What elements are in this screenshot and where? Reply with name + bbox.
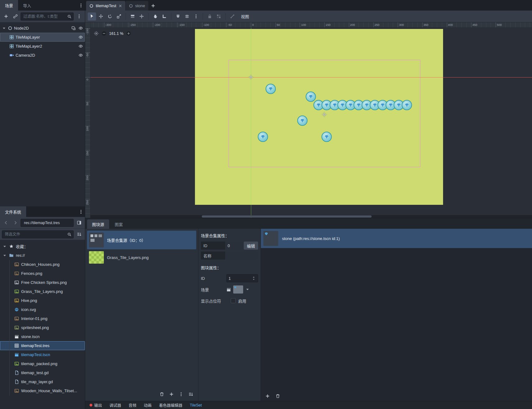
grid-snap-button[interactable] [183, 12, 191, 21]
file-row[interactable]: spritesheet.png [0, 323, 85, 332]
smart-snap-button[interactable] [174, 12, 182, 21]
file-row[interactable]: tile_map_layer.gd [0, 377, 85, 386]
scene-tile-stone[interactable]: stone (path:res://stone.tscn id:1) [261, 229, 532, 248]
scale-tool-button[interactable] [115, 12, 123, 21]
tab-patterns[interactable]: 图案 [110, 219, 128, 229]
current-path-input[interactable] [23, 220, 71, 225]
scene-tab-stone[interactable]: stone [126, 1, 148, 11]
add-source-button[interactable] [169, 392, 174, 397]
scrollbar-thumb[interactable] [202, 215, 372, 218]
stone-scene-instance[interactable] [258, 132, 268, 142]
tree-row-camera2d[interactable]: Camera2D [0, 51, 85, 60]
zoom-out-button[interactable] [101, 31, 107, 36]
chevron-down-icon[interactable] [2, 253, 7, 258]
stone-scene-instance[interactable] [266, 84, 276, 94]
favorites-row[interactable]: 收藏： [0, 242, 85, 251]
new-scene-tab-button[interactable] [149, 1, 158, 11]
chevron-down-icon[interactable] [245, 287, 250, 292]
sources-menu-button[interactable] [179, 392, 183, 397]
list-select-button[interactable] [128, 12, 137, 21]
file-row[interactable]: Chikcen_Houses.png [0, 260, 85, 269]
scene-picker-button[interactable] [226, 285, 258, 294]
file-row[interactable]: tilemap_test.gd [0, 368, 85, 377]
panel-shader-editor[interactable]: 着色器编辑器 [159, 402, 183, 408]
center-view-icon[interactable] [94, 31, 99, 36]
canvas-content[interactable]: 161.1 % [90, 28, 532, 218]
chevron-down-icon[interactable] [2, 26, 6, 31]
tree-row-node2d[interactable]: Node2D [0, 24, 85, 33]
close-icon[interactable] [118, 4, 122, 8]
scene-filter-input[interactable] [23, 14, 66, 19]
file-filter-box[interactable] [2, 230, 74, 238]
tree-row-tilemaplayer2[interactable]: TileMapLayer2 [0, 42, 85, 51]
scene-tree-menu-button[interactable] [75, 12, 83, 21]
split-mode-button[interactable] [75, 219, 83, 227]
panel-debugger[interactable]: 调试器 [109, 402, 121, 408]
group-button[interactable] [215, 12, 223, 21]
scene-filter-box[interactable] [21, 12, 74, 21]
history-back-button[interactable] [2, 219, 10, 227]
file-row[interactable]: Free Chicken Sprites.png [0, 278, 85, 287]
tab-filesystem[interactable]: 文件系统 [0, 206, 26, 217]
tile-id-field[interactable]: 1 [226, 274, 258, 282]
res-root-row[interactable]: res:// [0, 251, 85, 260]
history-forward-button[interactable] [11, 219, 19, 227]
view-menu-button[interactable]: 视图 [237, 12, 253, 21]
stone-scene-instance[interactable] [322, 132, 332, 142]
visibility-eye-icon[interactable] [78, 53, 83, 58]
tab-import[interactable]: 导入 [18, 0, 36, 11]
delete-scene-tile-button[interactable] [275, 394, 280, 398]
lock-button[interactable] [206, 12, 214, 21]
add-node-button[interactable] [2, 12, 10, 21]
pivot-tool-button[interactable] [137, 12, 146, 21]
tab-scene[interactable]: 场景 [0, 0, 18, 11]
tab-tile-sources[interactable]: 图块源 [87, 219, 109, 229]
file-row[interactable]: tilemapTest.tres [0, 341, 85, 350]
source-item-scene-collection[interactable]: 场景合集源（ID：0） [87, 231, 196, 249]
ruler-tool-button[interactable] [160, 12, 169, 21]
file-row[interactable]: Interior-01.png [0, 314, 85, 323]
panel-animation[interactable]: 动画 [144, 402, 152, 408]
panel-tileset[interactable]: TileSet [190, 403, 202, 407]
skeleton-options-button[interactable] [228, 12, 237, 21]
add-scene-tile-button[interactable] [265, 394, 270, 398]
panel-output[interactable]: 输出 [90, 402, 102, 408]
filesystem-menu-button[interactable] [77, 206, 85, 217]
horizontal-scrollbar[interactable] [90, 215, 532, 218]
file-row[interactable]: Fences.png [0, 269, 85, 278]
id-value-field[interactable]: 0 [225, 242, 243, 250]
zoom-level[interactable]: 161.1 % [109, 31, 123, 36]
pan-tool-button[interactable] [151, 12, 160, 21]
stone-scene-instance[interactable] [297, 115, 308, 126]
file-row[interactable]: tilemap_packed.png [0, 359, 85, 368]
file-row[interactable]: tilemapTest.tscn [0, 350, 85, 359]
select-tool-button[interactable] [88, 12, 96, 21]
visibility-eye-icon[interactable] [78, 26, 83, 31]
scene-tab-tilemaptest[interactable]: tilemapTest [86, 1, 125, 11]
panel-audio[interactable]: 音频 [129, 402, 136, 408]
chevron-down-icon[interactable] [2, 244, 7, 249]
tree-row-tilemaplayer[interactable]: TileMapLayer [0, 33, 85, 42]
visibility-eye-icon[interactable] [78, 35, 83, 40]
move-tool-button[interactable] [97, 12, 105, 21]
stone-scene-instance[interactable] [402, 100, 412, 110]
name-value-field[interactable] [225, 252, 258, 260]
source-item-grass-tiles[interactable]: Grass_Tile_Layers.png [87, 249, 196, 266]
rotate-tool-button[interactable] [106, 12, 114, 21]
node-groups-icon[interactable] [71, 26, 76, 31]
dock-menu-button[interactable] [77, 0, 85, 11]
file-row[interactable]: icon.svg [0, 305, 85, 314]
spinner-icon[interactable] [252, 276, 256, 280]
zoom-in-button[interactable] [126, 31, 131, 36]
file-row[interactable]: stone.tscn [0, 332, 85, 341]
current-path-box[interactable] [21, 219, 74, 227]
sort-sources-button[interactable] [188, 392, 193, 397]
visibility-eye-icon[interactable] [78, 44, 83, 49]
viewport[interactable]: -300-250-200-150-100-5005010015020025030… [85, 22, 532, 218]
file-sort-button[interactable] [75, 230, 83, 238]
placeholder-checkbox[interactable] [231, 298, 236, 303]
edit-id-button[interactable]: 编辑 [244, 242, 258, 250]
file-row[interactable]: Grass_Tile_Layers.png [0, 287, 85, 296]
stone-scene-instance[interactable] [306, 92, 316, 102]
file-row[interactable]: Wooden_House_Walls_Tilset... [0, 386, 85, 395]
